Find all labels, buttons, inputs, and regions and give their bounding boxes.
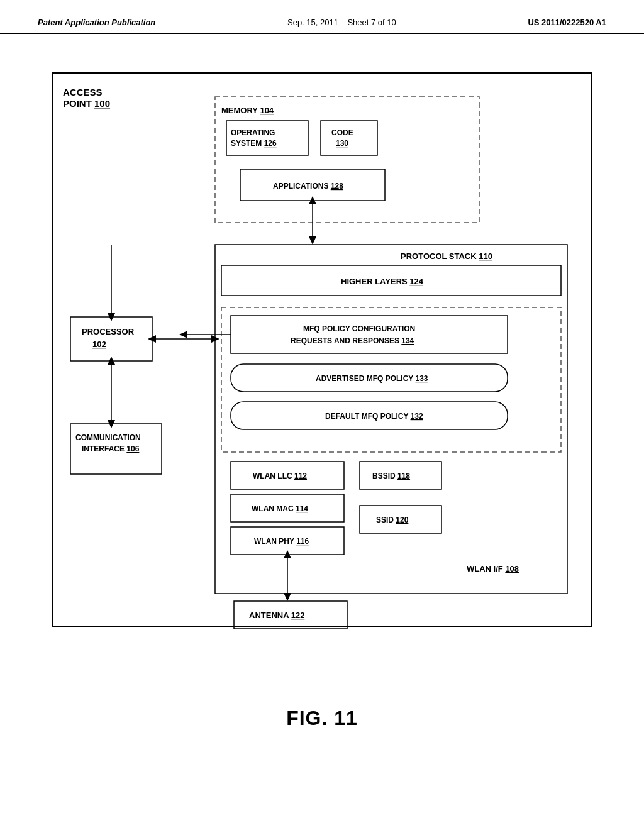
wlan-if-label: WLAN I/F 108 <box>467 564 519 573</box>
header-publication-type: Patent Application Publication <box>38 18 155 27</box>
higher-layers-label: HIGHER LAYERS 124 <box>341 277 424 286</box>
code-label: CODE <box>331 128 353 137</box>
header-sheet: Sheet 7 of 10 <box>347 18 396 27</box>
svg-text:INTERFACE 106: INTERFACE 106 <box>82 445 140 453</box>
protocol-stack-label: PROTOCOL STACK 110 <box>401 252 492 261</box>
patent-diagram: ACCESS POINT 100 MEMORY 104 OPERATING SY… <box>52 72 592 688</box>
mfq-config-label: MFQ POLICY CONFIGURATION <box>303 324 415 333</box>
default-mfq-label: DEFAULT MFQ POLICY 132 <box>325 412 423 421</box>
processor-label: PROCESSOR <box>82 327 135 336</box>
wlan-mac-label: WLAN MAC 114 <box>252 504 308 513</box>
comm-interface-label: COMMUNICATION <box>75 433 141 442</box>
header-date-sheet: Sep. 15, 2011 Sheet 7 of 10 <box>287 18 396 27</box>
diagram-area: ACCESS POINT 100 MEMORY 104 OPERATING SY… <box>0 34 644 755</box>
wlan-llc-label: WLAN LLC 112 <box>253 472 307 480</box>
header-date: Sep. 15, 2011 <box>287 18 338 27</box>
svg-marker-9 <box>309 236 316 245</box>
svg-rect-3 <box>226 121 308 155</box>
antenna-label: ANTENNA 122 <box>249 611 304 620</box>
svg-rect-5 <box>321 121 377 155</box>
svg-rect-0 <box>53 73 591 626</box>
applications-label: APPLICATIONS 128 <box>273 182 343 191</box>
memory-label: MEMORY 104 <box>221 106 274 115</box>
svg-text:102: 102 <box>92 340 106 349</box>
bssid-label: BSSID 118 <box>372 472 410 480</box>
header-patent-number: US 2011/0222520 A1 <box>528 18 606 27</box>
wlan-phy-label: WLAN PHY 116 <box>254 537 309 546</box>
svg-rect-14 <box>231 316 508 353</box>
svg-rect-2 <box>215 97 479 223</box>
svg-text:REQUESTS AND RESPONSES 134: REQUESTS AND RESPONSES 134 <box>291 336 414 345</box>
access-point-label: ACCESS <box>63 87 103 97</box>
svg-text:SYSTEM 126: SYSTEM 126 <box>231 139 277 148</box>
os-label: OPERATING <box>231 128 275 137</box>
ssid-label: SSID 120 <box>376 516 409 524</box>
svg-marker-26 <box>284 593 291 601</box>
advertised-mfq-label: ADVERTISED MFQ POLICY 133 <box>316 374 428 383</box>
page-header: Patent Application Publication Sep. 15, … <box>0 0 644 34</box>
svg-text:130: 130 <box>336 139 348 148</box>
svg-text:POINT 100: POINT 100 <box>63 98 110 109</box>
svg-marker-17 <box>179 331 187 338</box>
svg-rect-29 <box>70 317 152 361</box>
figure-label: FIG. 11 <box>286 707 358 730</box>
